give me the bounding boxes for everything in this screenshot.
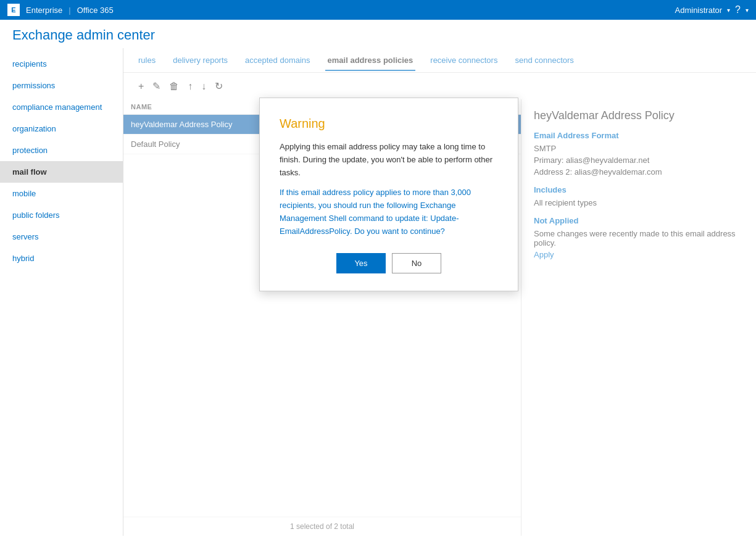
sidebar-item-permissions[interactable]: permissions xyxy=(0,75,123,96)
sidebar: recipients permissions compliance manage… xyxy=(0,48,123,536)
main-title-bar: Exchange admin center xyxy=(0,20,756,48)
help-icon[interactable]: ? xyxy=(735,4,741,15)
logo-icon: E xyxy=(7,4,20,16)
content-area: rules delivery reports accepted domains … xyxy=(123,48,756,536)
sidebar-item-hybrid[interactable]: hybrid xyxy=(0,248,123,269)
dialog-body: Applying this email address policy may t… xyxy=(280,141,498,238)
office365-label: Office 365 xyxy=(77,6,114,15)
enterprise-label: Enterprise xyxy=(26,6,62,15)
sidebar-item-servers[interactable]: servers xyxy=(0,226,123,248)
sidebar-item-compliance-management[interactable]: compliance management xyxy=(0,96,123,118)
topbar-left: E Enterprise | Office 365 xyxy=(7,4,114,16)
sidebar-item-mail-flow[interactable]: mail flow xyxy=(0,161,123,183)
warning-dialog: Warning Applying this email address poli… xyxy=(259,98,518,291)
help-dropdown-icon[interactable]: ▾ xyxy=(746,7,749,14)
page-title: Exchange admin center xyxy=(12,27,744,43)
dialog-body-para2: If this email address policy applies to … xyxy=(280,186,498,238)
admin-label[interactable]: Administrator xyxy=(675,6,723,15)
dialog-overlay: Warning Applying this email address poli… xyxy=(123,48,756,536)
dialog-body-para1: Applying this email address policy may t… xyxy=(280,141,498,179)
layout: recipients permissions compliance manage… xyxy=(0,48,756,536)
dialog-title: Warning xyxy=(280,117,498,131)
dialog-no-button[interactable]: No xyxy=(392,253,441,273)
app-logo: E xyxy=(7,4,20,16)
admin-dropdown-icon[interactable]: ▾ xyxy=(727,7,730,14)
dialog-buttons: Yes No xyxy=(280,253,498,273)
dialog-body-para2-text: If this email address policy applies to … xyxy=(280,188,471,235)
sidebar-item-recipients[interactable]: recipients xyxy=(0,53,123,75)
topbar: E Enterprise | Office 365 Administrator … xyxy=(0,0,756,20)
sidebar-item-organization[interactable]: organization xyxy=(0,118,123,139)
dialog-yes-button[interactable]: Yes xyxy=(336,253,386,273)
sidebar-item-mobile[interactable]: mobile xyxy=(0,183,123,204)
sidebar-item-protection[interactable]: protection xyxy=(0,139,123,161)
topbar-right: Administrator ▾ ? ▾ xyxy=(675,4,749,15)
sidebar-item-public-folders[interactable]: public folders xyxy=(0,204,123,226)
topbar-separator: | xyxy=(69,6,70,15)
